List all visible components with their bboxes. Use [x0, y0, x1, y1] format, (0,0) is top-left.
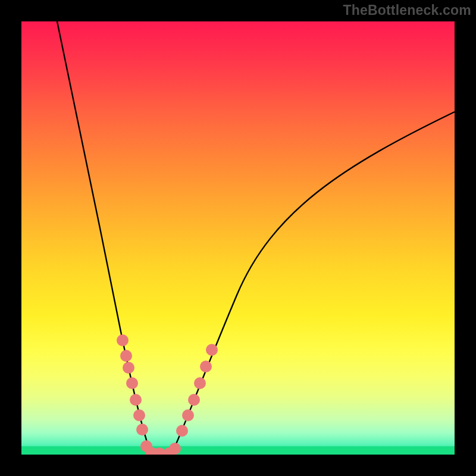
marker-group [117, 334, 218, 455]
svg-point-5 [133, 409, 145, 421]
svg-point-15 [194, 377, 206, 389]
watermark-text: TheBottleneck.com [343, 2, 471, 18]
svg-point-1 [120, 350, 132, 362]
svg-point-17 [206, 344, 218, 356]
svg-point-4 [130, 394, 142, 406]
curve-layer [21, 21, 455, 455]
svg-point-11 [169, 443, 181, 455]
svg-point-6 [136, 424, 148, 436]
svg-point-2 [123, 362, 134, 374]
svg-point-3 [126, 377, 138, 389]
right-curve [171, 112, 455, 454]
svg-point-13 [182, 409, 194, 421]
chart-frame: TheBottleneck.com [0, 0, 476, 476]
svg-point-12 [176, 425, 188, 437]
svg-point-0 [117, 334, 129, 346]
svg-point-16 [200, 361, 212, 372]
svg-point-14 [188, 394, 200, 406]
plot-area [21, 21, 455, 455]
left-curve [57, 21, 151, 454]
